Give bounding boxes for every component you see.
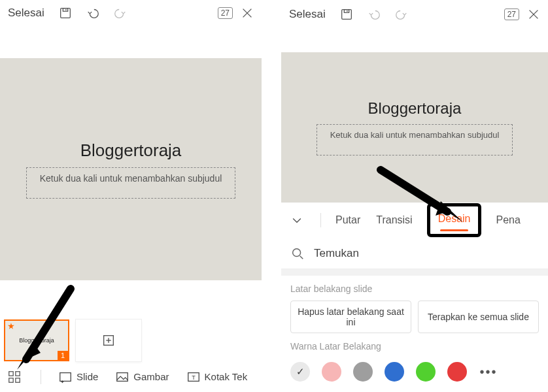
svg-rect-21 xyxy=(344,10,349,13)
slide-canvas[interactable]: Bloggertoraja Ketuk dua kali untuk menam… xyxy=(0,58,262,280)
insert-textbox-label: Kotak Tek xyxy=(205,371,248,382)
redo-icon xyxy=(392,5,411,24)
color-swatch-row: ••• xyxy=(281,358,548,391)
close-icon[interactable] xyxy=(238,4,256,22)
thumbnail-number: 1 xyxy=(58,351,68,360)
tutorial-highlight-desain: Desain xyxy=(427,203,482,237)
color-swatch-3[interactable] xyxy=(385,362,404,382)
tab-pena[interactable]: Pena xyxy=(494,210,521,230)
add-slide-button[interactable] xyxy=(76,319,141,361)
slide-title[interactable]: Bloggertoraja xyxy=(368,99,462,118)
section-separator xyxy=(281,269,548,276)
search-icon xyxy=(290,246,305,261)
color-swatch-5[interactable] xyxy=(447,362,467,382)
section-slide-background: Latar belakang slide Hapus latar belakan… xyxy=(281,276,548,338)
divider xyxy=(320,213,321,227)
svg-rect-15 xyxy=(117,372,128,381)
remove-background-button[interactable]: Hapus latar belakang saat ini xyxy=(290,301,411,333)
bottom-toolbar: Slide Gambar T Kotak Tek xyxy=(0,362,262,392)
svg-rect-11 xyxy=(16,378,20,382)
tab-transisi[interactable]: Transisi xyxy=(375,210,413,230)
svg-rect-0 xyxy=(60,8,70,18)
color-swatch-4[interactable] xyxy=(416,362,436,382)
search-row[interactable]: Temukan xyxy=(281,238,548,269)
close-icon[interactable] xyxy=(524,5,543,24)
slide-count-badge[interactable]: 27 xyxy=(218,7,233,19)
slide-thumbnail[interactable]: ★ Bloggertoraja 1 xyxy=(4,319,69,361)
insert-textbox-button[interactable]: T Kotak Tek xyxy=(186,370,248,384)
slide-count-badge[interactable]: 27 xyxy=(504,8,519,20)
search-label: Temukan xyxy=(314,247,359,260)
insert-slide-button[interactable]: Slide xyxy=(58,370,98,384)
section-bg-color: Warna Latar Belakang xyxy=(281,338,548,358)
tab-desain[interactable]: Desain xyxy=(437,209,472,229)
svg-rect-9 xyxy=(16,372,20,376)
thumbnail-title: Bloggertoraja xyxy=(19,337,54,344)
topbar-left: Selesai 27 xyxy=(0,0,262,25)
grid-view-icon[interactable] xyxy=(5,368,24,386)
design-tabs: Putar Transisi Desain Pena xyxy=(281,203,548,238)
redo-icon xyxy=(111,4,129,22)
insert-image-label: Gambar xyxy=(133,371,169,382)
svg-line-26 xyxy=(300,255,303,259)
tab-putar[interactable]: Putar xyxy=(334,210,362,230)
svg-rect-1 xyxy=(63,8,67,11)
done-button[interactable]: Selesai xyxy=(5,4,47,22)
save-icon[interactable] xyxy=(337,5,356,24)
collapse-chevron-icon[interactable] xyxy=(286,214,307,227)
save-icon[interactable] xyxy=(56,4,75,22)
color-swatch-2[interactable] xyxy=(353,362,373,382)
svg-rect-8 xyxy=(9,372,13,376)
slide-subtitle-placeholder[interactable]: Ketuk dua kali untuk menambahkan subjudu… xyxy=(317,124,513,155)
star-icon: ★ xyxy=(8,322,14,331)
thumbnail-strip: ★ Bloggertoraja 1 xyxy=(0,319,262,361)
svg-point-25 xyxy=(293,248,301,256)
section-title-bg: Latar belakang slide xyxy=(290,284,539,294)
color-swatch-1[interactable] xyxy=(322,362,341,382)
undo-icon xyxy=(365,5,383,24)
slide-title[interactable]: Bloggertoraja xyxy=(80,140,182,161)
more-colors-button[interactable]: ••• xyxy=(479,365,498,380)
done-button[interactable]: Selesai xyxy=(286,5,328,24)
insert-image-button[interactable]: Gambar xyxy=(115,370,169,384)
svg-text:T: T xyxy=(192,374,196,380)
slide-canvas[interactable]: Bloggertoraja Ketuk dua kali untuk menam… xyxy=(281,52,548,203)
divider xyxy=(41,370,41,384)
left-pane: Selesai 27 Bloggertoraja Ketuk dua kali … xyxy=(0,0,262,392)
slide-subtitle-placeholder[interactable]: Ketuk dua kali untuk menambahkan subjudu… xyxy=(26,167,235,199)
svg-rect-12 xyxy=(60,372,71,381)
svg-rect-20 xyxy=(341,10,351,20)
insert-slide-label: Slide xyxy=(77,371,98,382)
color-swatch-0[interactable] xyxy=(290,362,310,382)
svg-rect-10 xyxy=(9,378,13,382)
undo-icon[interactable] xyxy=(84,4,102,22)
apply-to-all-button[interactable]: Terapkan ke semua slide xyxy=(418,301,539,333)
topbar-right: Selesai 27 xyxy=(281,0,548,29)
right-pane: Selesai 27 Bloggertoraja Ketuk dua kali … xyxy=(281,0,548,392)
section-title-color: Warna Latar Belakang xyxy=(290,341,539,351)
